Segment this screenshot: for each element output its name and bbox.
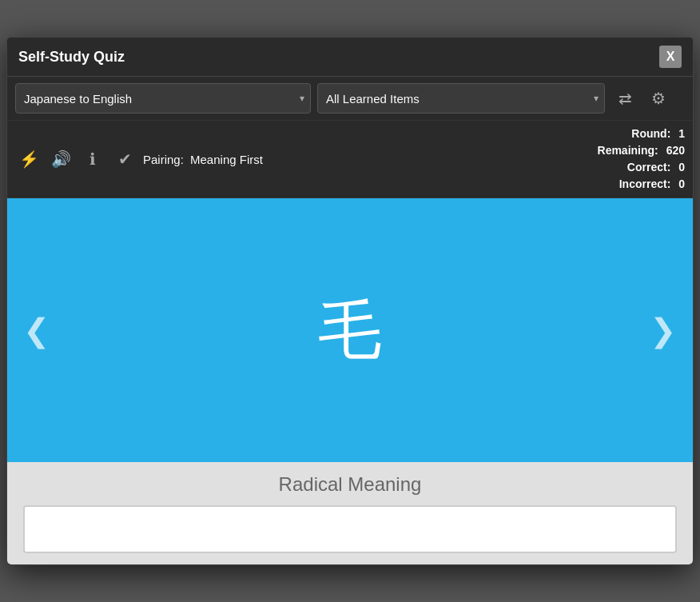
modal-overlay: Self-Study Quiz X Japanese to English En… <box>0 0 700 602</box>
correct-stat: Correct: 0 <box>598 159 685 176</box>
round-label: Round: <box>631 127 670 140</box>
direction-dropdown[interactable]: Japanese to English English to Japanese <box>15 83 311 114</box>
answer-label: Radical Meaning <box>23 473 677 496</box>
remaining-stat: Remaining: 620 <box>598 142 685 159</box>
quiz-card[interactable]: ❮ 毛 ❯ <box>7 198 693 462</box>
shuffle-button[interactable]: ⇄ <box>611 85 638 112</box>
prev-button[interactable]: ❮ <box>15 304 58 357</box>
answer-input[interactable] <box>23 505 677 553</box>
round-stat: Round: 1 <box>598 126 685 142</box>
audio-icon: 🔊 <box>51 150 71 169</box>
self-study-modal: Self-Study Quiz X Japanese to English En… <box>6 37 694 565</box>
modal-title: Self-Study Quiz <box>18 49 125 66</box>
incorrect-label: Incorrect: <box>619 177 671 190</box>
direction-dropdown-wrap: Japanese to English English to Japanese <box>15 83 311 114</box>
close-button[interactable]: X <box>659 46 682 68</box>
kanji-character: 毛 <box>318 298 382 362</box>
info-icon: ℹ <box>89 150 96 169</box>
stats-panel: Round: 1 Remaining: 620 Correct: 0 Incor… <box>598 126 685 193</box>
shuffle-icon: ⇄ <box>618 89 632 108</box>
toolbar-row: ⚡ 🔊 ℹ ✔ Pairing: Meaning First Round: 1 <box>7 121 693 198</box>
lightning-button[interactable]: ⚡ <box>15 146 42 173</box>
check-button[interactable]: ✔ <box>111 146 138 173</box>
round-value: 1 <box>678 127 685 140</box>
info-button[interactable]: ℹ <box>79 146 106 173</box>
pairing-label: Pairing: Meaning First <box>143 153 263 166</box>
items-dropdown-wrap: All Learned Items Recent Lessons Critica… <box>317 83 605 114</box>
pairing-value: Meaning First <box>190 153 263 166</box>
next-button[interactable]: ❯ <box>642 304 685 357</box>
audio-button[interactable]: 🔊 <box>47 146 74 173</box>
correct-label: Correct: <box>627 161 670 173</box>
lightning-icon: ⚡ <box>19 150 39 169</box>
incorrect-value: 0 <box>678 177 685 190</box>
incorrect-stat: Incorrect: 0 <box>598 176 685 193</box>
modal-header: Self-Study Quiz X <box>7 38 693 77</box>
items-dropdown[interactable]: All Learned Items Recent Lessons Critica… <box>317 83 605 114</box>
remaining-label: Remaining: <box>598 144 658 157</box>
check-icon: ✔ <box>118 150 132 169</box>
settings-button[interactable]: ⚙ <box>645 85 672 112</box>
controls-row: Japanese to English English to Japanese … <box>7 77 693 121</box>
correct-value: 0 <box>678 161 685 173</box>
answer-section: Radical Meaning <box>7 462 693 564</box>
gear-icon: ⚙ <box>651 89 666 108</box>
remaining-value: 620 <box>666 144 685 157</box>
pairing-prefix: Pairing: <box>143 153 184 166</box>
